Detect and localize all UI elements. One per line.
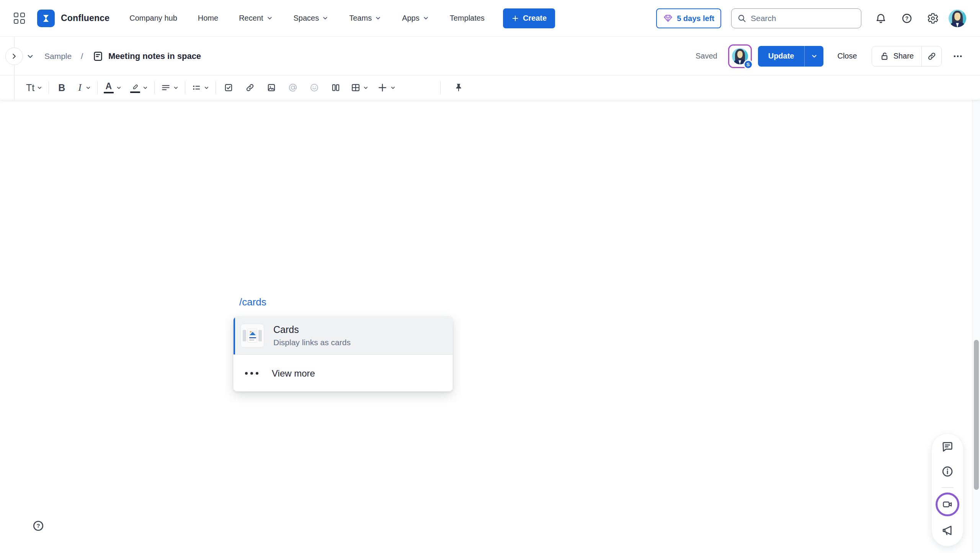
search-box[interactable]: [731, 8, 861, 28]
search-input[interactable]: [751, 14, 846, 23]
mention-button[interactable]: [285, 79, 301, 96]
chevron-down-icon: [423, 15, 429, 21]
list-button[interactable]: [190, 79, 211, 96]
collaborator-avatar[interactable]: S: [728, 44, 752, 68]
video-camera-icon: [942, 499, 953, 510]
slash-command-menu: Cards Display links as cards View more: [233, 316, 453, 392]
chevron-down-icon: [322, 15, 328, 21]
video-meeting-button[interactable]: [936, 493, 959, 516]
checkbox-icon: [224, 83, 234, 93]
toolbar-divider: [942, 487, 953, 488]
pin-toolbar-button[interactable]: [451, 79, 467, 96]
chevron-right-icon: [11, 53, 18, 60]
announcements-megaphone-button[interactable]: [941, 524, 954, 537]
breadcrumb: Sample / Meeting notes in space: [25, 37, 201, 75]
help-icon[interactable]: ?: [901, 13, 913, 24]
more-actions-button[interactable]: [949, 48, 966, 65]
text-color-button[interactable]: A: [102, 79, 123, 96]
nav-company-hub[interactable]: Company hub: [129, 14, 177, 23]
svg-text:?: ?: [905, 16, 908, 21]
ellipsis-icon: [245, 372, 264, 375]
toolbar-divider: [49, 81, 49, 94]
sidebar-rail-border: [14, 37, 15, 100]
close-button[interactable]: Close: [837, 52, 857, 60]
page-title-group[interactable]: Meeting notes in space: [92, 51, 201, 62]
gem-icon: [663, 13, 673, 23]
text-align-button[interactable]: [159, 79, 180, 96]
plus-icon: [377, 82, 388, 93]
settings-gear-icon[interactable]: [927, 13, 939, 24]
search-icon: [737, 13, 747, 23]
chevron-down-icon: [811, 53, 818, 60]
chevron-down-icon: [363, 85, 369, 91]
layout-button[interactable]: [328, 79, 344, 96]
page-info-button[interactable]: [941, 465, 954, 478]
create-button[interactable]: Create: [503, 8, 555, 28]
update-dropdown-button[interactable]: [804, 46, 823, 67]
cards-macro-icon: [240, 324, 264, 347]
scrollbar-track[interactable]: [972, 100, 980, 553]
breadcrumb-space-link[interactable]: Sample: [44, 52, 72, 61]
insert-link-button[interactable]: [242, 79, 258, 96]
page-icon: [92, 51, 104, 62]
chevron-down-icon: [390, 85, 396, 91]
chevron-down-icon: [37, 85, 42, 91]
chevron-down-icon: [266, 15, 273, 21]
nav-spaces[interactable]: Spaces: [294, 14, 329, 23]
nav-home[interactable]: Home: [198, 14, 218, 23]
nav-templates[interactable]: Templates: [450, 14, 485, 23]
align-left-icon: [161, 83, 171, 93]
menu-item-subtitle: Display links as cards: [273, 338, 351, 347]
editor-help-button[interactable]: ?: [32, 520, 44, 532]
editor-content-area[interactable]: /cards Cards Display links as cards View…: [0, 100, 980, 553]
insert-more-button[interactable]: [376, 79, 397, 96]
breadcrumb-chevron-down-icon[interactable]: [25, 51, 35, 61]
highlight-color-button[interactable]: [129, 79, 150, 96]
toolbar-divider: [97, 81, 98, 94]
nav-teams[interactable]: Teams: [349, 14, 381, 23]
app-switcher-icon[interactable]: [14, 13, 25, 24]
task-list-button[interactable]: [220, 79, 237, 96]
toolbar-divider: [185, 81, 185, 94]
menu-item-view-more[interactable]: View more: [234, 355, 452, 392]
update-button[interactable]: Update: [758, 46, 805, 67]
page-header-bar: Sample / Meeting notes in space Saved S …: [0, 37, 980, 75]
user-avatar[interactable]: [949, 10, 966, 27]
notifications-bell-icon[interactable]: [875, 13, 887, 24]
emoji-button[interactable]: [306, 79, 322, 96]
top-navigation-bar: Confluence Company hub Home Recent Space…: [0, 0, 980, 37]
save-status: Saved: [696, 52, 717, 60]
view-more-label: View more: [272, 368, 315, 379]
page-title: Meeting notes in space: [108, 51, 201, 61]
comments-button[interactable]: [941, 440, 954, 453]
ellipsis-icon: [952, 51, 963, 62]
svg-text:?: ?: [36, 522, 40, 529]
page-actions: Saved S Update Close Share: [696, 37, 966, 75]
insert-image-button[interactable]: [263, 79, 279, 96]
share-button[interactable]: Share: [872, 46, 921, 66]
italic-button[interactable]: I: [75, 79, 93, 96]
sidebar-expand-button[interactable]: [5, 47, 23, 65]
text-style-button[interactable]: Tt: [24, 79, 44, 96]
page-tools-floating-toolbar: [931, 433, 964, 546]
table-icon: [351, 83, 361, 93]
scrollbar-thumb[interactable]: [974, 340, 979, 490]
highlighter-icon: [131, 83, 140, 91]
trial-days-left-button[interactable]: 5 days left: [656, 8, 721, 28]
menu-item-cards[interactable]: Cards Display links as cards: [234, 317, 452, 354]
chevron-down-icon: [173, 85, 179, 91]
nav-recent[interactable]: Recent: [239, 14, 273, 23]
bold-button[interactable]: B: [54, 79, 70, 96]
share-button-group: Share: [872, 46, 942, 67]
menu-item-title: Cards: [273, 324, 351, 335]
emoji-smile-icon: [309, 83, 319, 93]
toolbar-divider: [216, 81, 216, 94]
topbar-icon-group: ?: [875, 13, 939, 24]
columns-layout-icon: [331, 83, 341, 93]
collaborator-initial-badge: S: [743, 60, 753, 69]
confluence-logo[interactable]: [37, 10, 55, 27]
nav-apps[interactable]: Apps: [402, 14, 429, 23]
copy-link-button[interactable]: [921, 46, 941, 66]
table-button[interactable]: [349, 79, 370, 96]
topbar-left: Confluence Company hub Home Recent Space…: [14, 8, 555, 28]
